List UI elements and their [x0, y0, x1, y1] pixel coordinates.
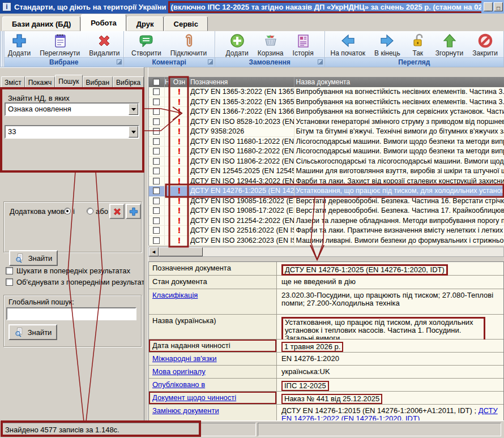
- search-document-icon: [14, 327, 24, 337]
- detail-label-replaces-documents[interactable]: Замінює документи: [149, 405, 277, 421]
- toolbar-button-add-order[interactable]: Додати: [223, 32, 251, 58]
- table-row[interactable]: !ДСТУ EN 12545:2025 (EN 12545Машини для …: [149, 166, 504, 177]
- toolbar-button-collapse[interactable]: Згорнути: [433, 32, 467, 58]
- toolbar-button-label: Створити: [131, 49, 161, 57]
- row-checkbox[interactable]: [149, 137, 165, 147]
- update-flag-icon: !: [170, 97, 189, 107]
- toolbar-button-close[interactable]: Закрити: [469, 32, 501, 58]
- toolbar-button-yes[interactable]: Так: [407, 32, 429, 58]
- global-search-input[interactable]: [6, 307, 136, 320]
- add-condition-button[interactable]: [126, 204, 141, 219]
- left-tab-index[interactable]: Покажч: [25, 76, 55, 88]
- table-row[interactable]: !ДСТУ EN 14276-1:2025 (EN 142Устаткованн…: [149, 186, 504, 196]
- table-row[interactable]: !ДСТУ EN ISO 19085-16:2022 (ENВерстати д…: [149, 196, 504, 207]
- toolbar-button-history[interactable]: Історія: [290, 32, 317, 58]
- row-checkbox[interactable]: [149, 97, 165, 107]
- toolbar-button-create-comment[interactable]: Створити: [129, 32, 164, 58]
- detail-label-published-in[interactable]: Опубліковано в: [149, 379, 277, 391]
- table-row[interactable]: !ДСТУ EN ISO 8528-10:2023 (ENУстановки г…: [149, 117, 504, 127]
- row-checkbox[interactable]: [149, 196, 165, 206]
- toolbar-button-delete-favorite[interactable]: Видалити: [86, 32, 122, 58]
- table-row[interactable]: !ДСТУ 9358:2026Бітум та бітумні в'яжучі.…: [149, 127, 504, 137]
- row-checkbox[interactable]: [149, 117, 165, 127]
- table-row[interactable]: !ДСТУ EN ISO 11680-1:2022 (ENЛісогоспода…: [149, 137, 504, 147]
- tab-print[interactable]: Друк: [127, 16, 164, 31]
- toolbar-button-label: Згорнути: [435, 49, 464, 57]
- table-row[interactable]: !ДСТУ EN ISO 11680-2:2022 (ENЛісогоспода…: [149, 147, 504, 157]
- table-row[interactable]: !ДСТУ EN 1365-3:2022 (EN 1365-Випробуван…: [149, 97, 504, 108]
- toolbar-button-to-start[interactable]: На початок: [328, 32, 369, 58]
- search-field-select[interactable]: Ознака оновлення: [5, 102, 139, 116]
- row-n-cell: [165, 87, 170, 97]
- table-row[interactable]: !ДСТУ EN ISO 19085-17:2022 (ENВерстати д…: [149, 206, 504, 216]
- tab-databases[interactable]: Бази даних (БД): [2, 16, 80, 31]
- panel-splitter[interactable]: [144, 67, 148, 420]
- row-checkbox[interactable]: [149, 186, 165, 196]
- table-row[interactable]: !ДСТУ EN ISO 11806-2:2022 (ENСільськогос…: [149, 157, 504, 167]
- maximize-button[interactable]: □: [494, 2, 503, 11]
- row-checkbox[interactable]: [149, 177, 165, 186]
- row-checkbox[interactable]: [149, 107, 165, 117]
- row-checkbox[interactable]: [149, 157, 165, 166]
- detail-value-published-in: ІПС 12-2025: [277, 379, 503, 391]
- dialog-launcher-icon[interactable]: [117, 59, 122, 65]
- checkbox-icon[interactable]: [6, 278, 13, 286]
- checkbox-icon[interactable]: [6, 267, 13, 274]
- table-row[interactable]: !ДСТУ EN ISO 23062:2023 (EN ISМашини лив…: [149, 236, 504, 246]
- global-find-button[interactable]: Знайти: [8, 324, 57, 340]
- row-title: Машини ливарні. Вимоги безпеки до формув…: [294, 236, 504, 246]
- scrollbar-thumb[interactable]: [159, 247, 203, 256]
- checkbox-merge-previous[interactable]: Об'єднувати з попередніми результатам: [6, 278, 147, 286]
- scroll-left-icon[interactable]: ◄: [149, 247, 159, 256]
- checkbox-search-previous[interactable]: Шукати в попередніх результатах: [6, 267, 147, 275]
- table-row[interactable]: !ДСТУ EN 1366-7:2022 (EN 1366-Випробуван…: [149, 107, 504, 117]
- left-tab-selection[interactable]: Вибірка: [113, 76, 144, 88]
- row-checkbox[interactable]: [149, 87, 165, 97]
- column-header-ozn[interactable]: Озн: [170, 77, 189, 87]
- left-tab-search[interactable]: Пошук: [55, 75, 82, 88]
- detail-label-intl-relations[interactable]: Міжнародні зв'язки: [149, 353, 277, 365]
- dialog-launcher-icon[interactable]: [208, 59, 213, 65]
- search-value-select[interactable]: 33: [5, 125, 139, 139]
- toolbar-button-view-favorite[interactable]: Переглянути: [37, 32, 83, 58]
- tab-work[interactable]: Робота: [81, 14, 126, 31]
- row-checkbox[interactable]: [149, 206, 165, 216]
- radio-or[interactable]: [87, 208, 93, 214]
- detail-label-classification[interactable]: Класифікація: [149, 289, 277, 314]
- row-checkbox[interactable]: [149, 226, 165, 235]
- column-header-n[interactable]: Н: [165, 77, 170, 87]
- menu-tab-bar: Бази даних (БД)РоботаДрукСервіс: [0, 14, 504, 31]
- select-all-checkbox[interactable]: [149, 77, 165, 87]
- column-header-designation[interactable]: Позначення: [189, 77, 294, 87]
- row-checkbox[interactable]: [149, 127, 165, 136]
- radio-and[interactable]: [64, 208, 71, 214]
- toolbar-button-label: Так: [412, 49, 423, 57]
- detail-label-validity-document[interactable]: Документ щодо чинності: [149, 392, 277, 404]
- find-button[interactable]: Знайти: [9, 250, 58, 266]
- left-tab-contents[interactable]: Зміст: [1, 76, 25, 88]
- chevron-down-icon[interactable]: [129, 126, 138, 138]
- detail-label-original-language[interactable]: Мова оригіналу: [149, 366, 277, 378]
- row-checkbox[interactable]: [149, 216, 165, 226]
- remove-condition-button[interactable]: [109, 204, 125, 219]
- toolbar-button-basket[interactable]: Корзина: [255, 32, 287, 58]
- row-checkbox[interactable]: [149, 236, 165, 246]
- toolbar-button-to-end[interactable]: В кінець: [371, 32, 403, 58]
- dialog-launcher-icon[interactable]: [318, 59, 323, 65]
- minimize-button[interactable]: _: [484, 2, 493, 11]
- table-row[interactable]: !ДСТУ EN ISO 21254-2:2022 (ENЛазери та л…: [149, 216, 504, 226]
- row-designation: ДСТУ EN ISO 8528-10:2023 (EN: [189, 117, 294, 127]
- row-checkbox[interactable]: [149, 147, 165, 156]
- tab-service[interactable]: Сервіс: [164, 16, 208, 31]
- row-designation: ДСТУ EN ISO 19085-17:2022 (EN: [189, 206, 294, 216]
- toolbar-button-attach-comment[interactable]: Підключити: [168, 32, 210, 58]
- table-row[interactable]: !ДСТУ EN 1365-3:2022 (EN 1365-Випробуван…: [149, 87, 504, 97]
- toolbar-button-add-favorite[interactable]: Додати: [5, 32, 33, 58]
- chevron-down-icon[interactable]: [129, 104, 138, 115]
- left-tab-selected[interactable]: Вибран: [83, 76, 113, 88]
- table-row[interactable]: !ДСТУ EN ISO 22516:2022 (EN ISФарби та л…: [149, 226, 504, 236]
- table-row[interactable]: !ДСТУ EN ISO 12944-3:2022 (ENФарби та ла…: [149, 177, 504, 187]
- horizontal-scrollbar[interactable]: ◄: [148, 247, 504, 257]
- column-header-name[interactable]: Назва документа: [294, 77, 504, 87]
- row-checkbox[interactable]: [149, 166, 165, 176]
